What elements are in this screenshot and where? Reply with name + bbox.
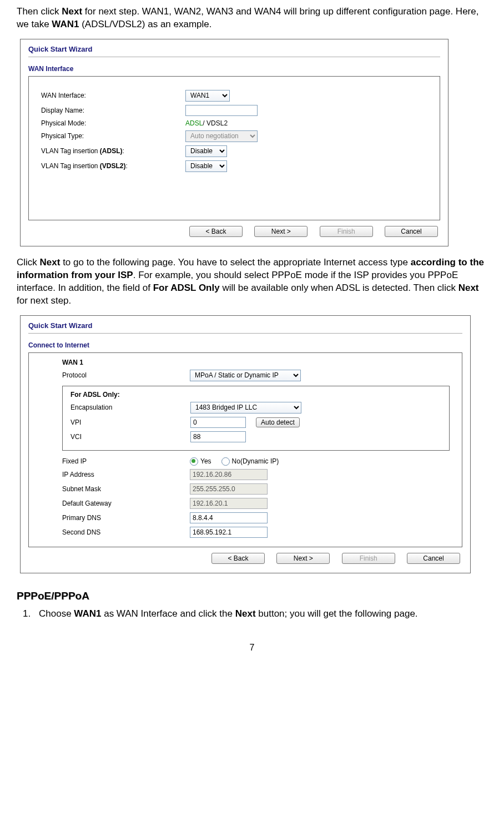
label-encapsulation: Encapsulation bbox=[70, 404, 190, 411]
default-gateway-input bbox=[190, 498, 268, 509]
wizard-title-2: Quick Start Wizard bbox=[28, 321, 462, 334]
step-1: Choose WAN1 as WAN Interface and click t… bbox=[33, 608, 487, 621]
label-ip-address: IP Address bbox=[62, 471, 190, 478]
second-dns-input[interactable] bbox=[190, 527, 268, 538]
label-physical-mode: Physical Mode: bbox=[41, 119, 185, 127]
pppoe-heading: PPPoE/PPPoA bbox=[17, 590, 487, 602]
screenshot-connect-internet: Quick Start Wizard Connect to Internet W… bbox=[20, 315, 471, 573]
label-vci: VCI bbox=[70, 433, 190, 441]
label-vpi: VPI bbox=[70, 418, 190, 426]
ip-address-input bbox=[190, 469, 268, 480]
page-number: 7 bbox=[17, 643, 487, 653]
vpi-input[interactable] bbox=[190, 417, 246, 428]
wizard-title: Quick Start Wizard bbox=[28, 45, 440, 57]
physical-mode-rest: / VDSL2 bbox=[203, 119, 228, 127]
physical-mode-adsl: ADSL bbox=[185, 119, 203, 127]
subnet-mask-input bbox=[190, 483, 268, 495]
adsl-only-box: For ADSL Only: Encapsulation 1483 Bridge… bbox=[62, 386, 450, 451]
fixed-ip-yes-label: Yes bbox=[200, 457, 211, 465]
vci-input[interactable] bbox=[190, 431, 246, 442]
fixed-ip-no-radio[interactable] bbox=[221, 457, 230, 466]
intro-paragraph-1: Then click Next for next step. WAN1, WAN… bbox=[17, 6, 487, 31]
label-default-gateway: Default Gateway bbox=[62, 500, 190, 507]
label-primary-dns: Primary DNS bbox=[62, 514, 190, 522]
next-button[interactable]: Next > bbox=[254, 226, 308, 237]
label-vlan-adsl: VLAN Tag insertion (ADSL): bbox=[41, 147, 185, 155]
cancel-button-2[interactable]: Cancel bbox=[407, 553, 460, 564]
label-vlan-vdsl: VLAN Tag insertion (VDSL2): bbox=[41, 162, 185, 170]
label-wan-interface: WAN Interface: bbox=[41, 92, 185, 99]
wan-interface-heading: WAN Interface bbox=[28, 65, 440, 73]
display-name-input[interactable] bbox=[185, 105, 258, 116]
encapsulation-select[interactable]: 1483 Bridged IP LLC bbox=[190, 402, 301, 414]
label-protocol: Protocol bbox=[62, 371, 190, 379]
cancel-button[interactable]: Cancel bbox=[385, 226, 438, 237]
primary-dns-input[interactable] bbox=[190, 512, 268, 523]
fixed-ip-yes-radio[interactable] bbox=[190, 457, 198, 466]
back-button-2[interactable]: < Back bbox=[211, 553, 265, 564]
label-subnet-mask: Subnet Mask bbox=[62, 485, 190, 493]
finish-button-2: Finish bbox=[342, 553, 395, 564]
label-second-dns: Second DNS bbox=[62, 528, 190, 536]
next-button-2[interactable]: Next > bbox=[276, 553, 330, 564]
fixed-ip-no-label: No(Dynamic IP) bbox=[232, 457, 279, 465]
vlan-adsl-select[interactable]: Disable bbox=[185, 145, 227, 157]
intro-paragraph-2: Click Next to go to the following page. … bbox=[17, 256, 487, 307]
protocol-select[interactable]: MPoA / Static or Dynamic IP bbox=[190, 370, 301, 381]
connect-internet-heading: Connect to Internet bbox=[28, 341, 462, 349]
label-display-name: Display Name: bbox=[41, 107, 185, 114]
screenshot-wan-interface: Quick Start Wizard WAN Interface WAN Int… bbox=[20, 39, 448, 246]
finish-button: Finish bbox=[320, 226, 373, 237]
label-physical-type: Physical Type: bbox=[41, 132, 185, 140]
wan-interface-select[interactable]: WAN1 bbox=[185, 90, 230, 102]
auto-detect-button[interactable]: Auto detect bbox=[256, 417, 300, 427]
adsl-only-heading: For ADSL Only: bbox=[70, 391, 441, 399]
back-button[interactable]: < Back bbox=[189, 226, 243, 237]
wan1-subheading: WAN 1 bbox=[62, 359, 450, 366]
vlan-vdsl-select[interactable]: Disable bbox=[185, 160, 227, 172]
steps-list: Choose WAN1 as WAN Interface and click t… bbox=[19, 608, 487, 621]
label-fixed-ip: Fixed IP bbox=[62, 457, 190, 465]
physical-type-select: Auto negotiation bbox=[185, 130, 258, 142]
